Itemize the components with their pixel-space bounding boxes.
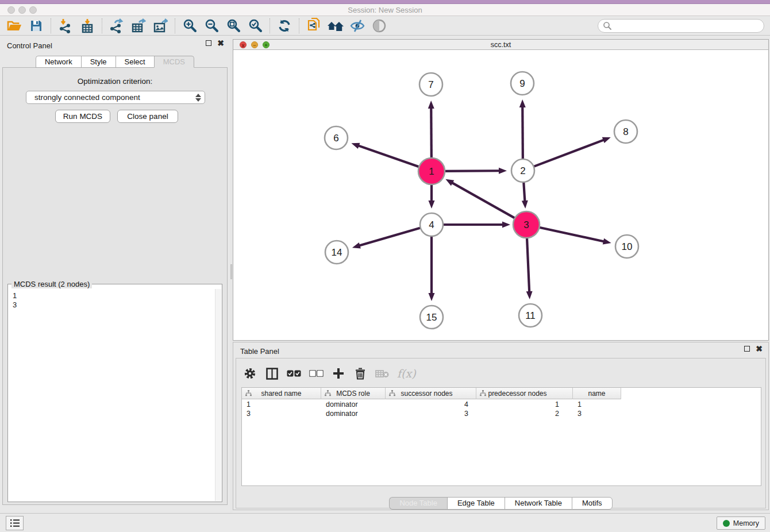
refresh-layout-button[interactable]	[274, 17, 295, 34]
column-header-successor-nodes[interactable]: successor nodes	[386, 388, 476, 399]
cell-predecessor-nodes: 2	[476, 409, 573, 418]
table-toolbar: f(x)	[243, 363, 416, 384]
run-mcds-button[interactable]: Run MCDS	[55, 110, 110, 123]
close-panel-icon[interactable]: ✖	[756, 346, 763, 352]
select-all-button[interactable]	[287, 366, 301, 381]
float-panel-icon[interactable]	[744, 346, 750, 352]
mcds-panel-content: Optimization criterion: strongly connect…	[2, 67, 228, 505]
tab-motifs[interactable]: Motifs	[572, 497, 613, 510]
column-label: name	[588, 390, 605, 398]
search-input[interactable]	[612, 20, 764, 32]
result-scrollbar[interactable]	[215, 289, 221, 501]
graph-edge-1-6[interactable]	[357, 145, 422, 168]
save-session-button[interactable]	[25, 17, 47, 34]
task-history-button[interactable]	[6, 516, 24, 530]
graph-node-11[interactable]: 11	[519, 304, 542, 327]
graph-edge-arrowhead	[351, 143, 360, 149]
tab-network-table[interactable]: Network Table	[505, 497, 572, 510]
graph-node-label: 10	[622, 241, 633, 252]
split-table-button[interactable]	[265, 366, 279, 381]
open-session-button[interactable]	[3, 17, 25, 34]
graph-node-9[interactable]: 9	[511, 72, 534, 95]
show-panels-button[interactable]	[368, 17, 390, 34]
graph-edge-arrowhead	[429, 201, 435, 209]
graph-edge-2-9[interactable]	[522, 106, 523, 160]
export-network-button[interactable]	[106, 17, 128, 34]
node-table[interactable]: shared name MCDS role successor nodes	[241, 387, 761, 486]
window-titlebar[interactable]: Session: New Session	[0, 4, 770, 16]
graph-node-label: 9	[519, 78, 525, 89]
mcds-result-text[interactable]: 1 3	[9, 289, 214, 501]
graph-edge-1-7[interactable]	[431, 107, 432, 161]
zoom-out-button[interactable]	[201, 17, 222, 34]
column-header-predecessor-nodes[interactable]: predecessor nodes	[476, 388, 573, 399]
export-image-button[interactable]	[149, 17, 171, 34]
graph-edge-1-2[interactable]	[442, 171, 500, 171]
column-tree-icon	[389, 390, 395, 396]
graph-node-1[interactable]: 1	[418, 158, 445, 184]
deselect-all-button[interactable]	[309, 366, 324, 381]
zoom-selected-button[interactable]	[244, 17, 266, 34]
table-settings-button[interactable]	[243, 366, 257, 381]
graph-edge-arrowhead	[526, 291, 533, 299]
clone-network-icon	[307, 18, 321, 33]
graph-node-14[interactable]: 14	[325, 241, 348, 264]
tab-network[interactable]: Network	[36, 56, 81, 68]
graph-node-label: 15	[426, 312, 437, 323]
graph-node-6[interactable]: 6	[325, 126, 348, 149]
table-row[interactable]: 3 dominator 3 2 3	[242, 409, 761, 418]
toolbar-search-box[interactable]	[598, 19, 764, 33]
import-network-button[interactable]	[55, 17, 76, 34]
graph-node-8[interactable]: 8	[614, 120, 637, 143]
table-row[interactable]: 1 dominator 4 1 1	[242, 400, 761, 409]
graph-edge-3-10[interactable]	[537, 227, 605, 242]
zoom-fit-button[interactable]	[222, 17, 244, 34]
network-canvas[interactable]: 7968124314101511	[233, 50, 768, 340]
column-header-name[interactable]: name	[573, 388, 621, 399]
graph-node-15[interactable]: 15	[420, 306, 443, 329]
status-bar: Memory	[0, 513, 770, 532]
graph-edge-arrowhead	[603, 238, 611, 245]
clone-network-button[interactable]	[303, 17, 325, 34]
graph-node-3[interactable]: 3	[513, 211, 540, 238]
zoom-in-button[interactable]	[179, 17, 201, 34]
table-panel-title: Table Panel	[240, 347, 279, 356]
add-column-button[interactable]	[332, 366, 345, 381]
column-header-shared-name[interactable]: shared name	[242, 388, 321, 399]
graph-edge-arrowhead	[499, 168, 507, 174]
network-graph[interactable]: 7968124314101511	[233, 50, 768, 340]
graph-edge-3-1[interactable]	[451, 182, 517, 219]
close-panel-button[interactable]: Close panel	[117, 110, 178, 123]
mcds-result-title: MCDS result (2 nodes)	[11, 280, 92, 288]
tab-style[interactable]: Style	[81, 56, 116, 68]
graph-edge-4-14[interactable]	[358, 228, 421, 246]
graph-edge-2-8[interactable]	[533, 140, 605, 167]
delete-columns-button[interactable]	[353, 366, 367, 381]
close-panel-icon[interactable]: ✖	[217, 40, 224, 46]
import-table-button[interactable]	[76, 17, 98, 34]
show-all-networks-button[interactable]	[325, 17, 346, 34]
criterion-dropdown[interactable]: strongly connected component	[26, 91, 205, 104]
graph-node-2[interactable]: 2	[511, 159, 534, 182]
column-header-mcds-role[interactable]: MCDS role	[321, 388, 386, 399]
tab-select[interactable]: Select	[116, 56, 154, 68]
graph-node-7[interactable]: 7	[419, 73, 442, 96]
graph-edge-2-3[interactable]	[523, 181, 525, 202]
tab-edge-table[interactable]: Edge Table	[447, 497, 505, 510]
export-table-button[interactable]	[128, 17, 149, 34]
float-panel-icon[interactable]	[206, 40, 211, 46]
memory-button[interactable]: Memory	[717, 516, 765, 530]
tab-mcds[interactable]: MCDS	[154, 56, 194, 68]
graph-edge-arrowhead	[428, 101, 434, 109]
window-title: Session: New Session	[0, 6, 770, 14]
network-window-titlebar[interactable]: x − + scc.txt	[233, 40, 768, 50]
graph-node-4[interactable]: 4	[420, 213, 443, 236]
unchecked-boxes-icon	[309, 370, 324, 377]
houses-icon	[327, 20, 344, 32]
graph-node-10[interactable]: 10	[615, 235, 638, 258]
tab-node-table[interactable]: Node Table	[389, 497, 447, 510]
hide-panels-button[interactable]	[346, 17, 368, 34]
graph-edge-3-11[interactable]	[527, 235, 529, 293]
toolbar-separator	[299, 18, 299, 33]
cell-mcds-role: dominator	[321, 409, 386, 418]
